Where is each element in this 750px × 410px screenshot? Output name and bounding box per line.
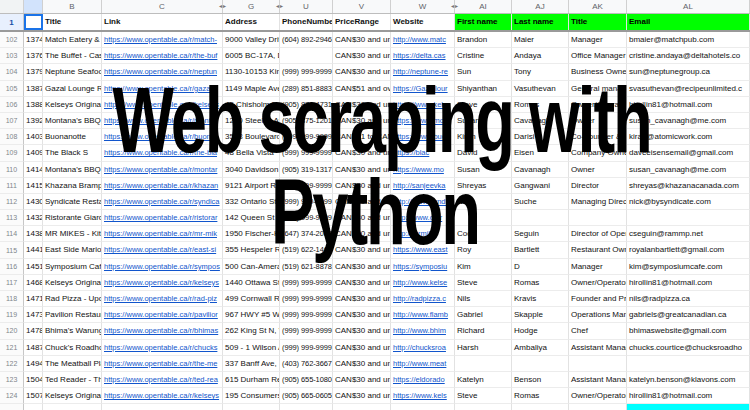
cell-email[interactable]	[627, 356, 750, 372]
cell-link[interactable]	[102, 404, 223, 410]
col-header-U[interactable]: U▸	[280, 0, 333, 13]
cell-email[interactable]: daveeisensemail@gmail.com	[627, 145, 750, 161]
row-number[interactable]: 109	[0, 145, 24, 161]
select-all-corner[interactable]	[0, 0, 24, 13]
header-cell-cell-phone[interactable]: PhoneNumber	[280, 14, 333, 30]
cell-id[interactable]: 1414	[24, 162, 43, 178]
col-header-C[interactable]: C◂	[102, 0, 223, 13]
cell-address[interactable]: 3040 Davidson C	[223, 162, 280, 178]
hidden-columns-left-icon[interactable]: ◂	[451, 2, 454, 11]
cell-role[interactable]: Office Manager	[569, 48, 627, 64]
cell-phone[interactable]: (999) 999-9999	[280, 178, 333, 194]
cell-website[interactable]: https://www.east	[391, 242, 455, 258]
cell-address[interactable]: 1130-10153 King	[223, 64, 280, 80]
cell-website[interactable]: https://www.mon	[391, 113, 455, 129]
cell-email[interactable]: cseguin@rammp.net	[627, 226, 750, 242]
cell-last-name[interactable]: Cavanagh	[512, 162, 569, 178]
cell-first-name[interactable]: Nils	[455, 291, 512, 307]
cell-link[interactable]: https://www.opentable.ca/r/mr-mik	[102, 226, 223, 242]
cell-last-name[interactable]: D	[512, 259, 569, 275]
cell-role[interactable]	[569, 356, 627, 372]
cell-website[interactable]: https://symposiu	[391, 259, 455, 275]
cell-address[interactable]: 615 Durham Reg	[223, 372, 280, 388]
cell-address[interactable]: 142 Queen St S	[223, 210, 280, 226]
cell-id[interactable]: 1478	[24, 323, 43, 339]
col-header-G[interactable]: G▸◂	[223, 0, 280, 13]
cell-phone[interactable]: (403) 762-3667	[280, 356, 333, 372]
cell-id[interactable]: 1468	[24, 275, 43, 291]
row-number[interactable]: 108	[0, 129, 24, 145]
cell-id[interactable]: 1441	[24, 242, 43, 258]
cell-address[interactable]: 6005 BC-17A, D	[223, 48, 280, 64]
row-number[interactable]: 102	[0, 32, 24, 48]
cell-website[interactable]: https://www.mo	[391, 162, 455, 178]
cell-role[interactable]: Owner/Operator	[569, 97, 627, 113]
cell-phone[interactable]: (905) 665-0605	[280, 388, 333, 404]
cell-email[interactable]: nils@radpizza.ca	[627, 291, 750, 307]
active-cell-A1[interactable]	[24, 14, 43, 30]
cell-link[interactable]: https://www.opentable.ca/r/match-	[102, 32, 223, 48]
cell-last-name[interactable]: Romas	[512, 97, 569, 113]
row-number[interactable]: 114	[0, 226, 24, 242]
cell-last-name[interactable]: Gangwani	[512, 178, 569, 194]
col-header-V[interactable]: V	[333, 0, 391, 13]
cell-title[interactable]: The Black S	[43, 145, 102, 161]
cell-price[interactable]: CAN$30 and un	[333, 388, 391, 404]
hidden-columns-right-icon[interactable]: ▸	[455, 2, 458, 11]
col-header-B[interactable]: B	[43, 0, 102, 13]
cell-phone[interactable]	[280, 48, 333, 64]
cell-price[interactable]: CAN$30 and un	[333, 145, 391, 161]
cell-price[interactable]: CAN$30 and un	[333, 32, 391, 48]
col-header-AJ[interactable]: AJ	[512, 0, 569, 13]
cell-last-name[interactable]: Andaya	[512, 48, 569, 64]
cell-last-name[interactable]: Eisen	[512, 145, 569, 161]
cell-role[interactable]: Owner	[569, 162, 627, 178]
cell-id[interactable]: 1403	[24, 129, 43, 145]
cell-price[interactable]: CAN$30 and un	[333, 113, 391, 129]
cell-role[interactable]: Owner	[569, 113, 627, 129]
cell-price[interactable]: CAN$30 and un	[333, 226, 391, 242]
cell-role[interactable]: Assistant Manag	[569, 340, 627, 356]
cell-role[interactable]: Director	[569, 178, 627, 194]
cell-website[interactable]: https://eldorado	[391, 372, 455, 388]
col-header-AL[interactable]: AL	[627, 0, 750, 13]
cell-id[interactable]: 1388	[24, 97, 43, 113]
row-number[interactable]: 118	[0, 291, 24, 307]
row-number[interactable]: 115	[0, 242, 24, 258]
cell-id[interactable]: 1415	[24, 178, 43, 194]
cell-role[interactable]	[569, 404, 627, 410]
cell-price[interactable]: CAN$30 and un	[333, 162, 391, 178]
cell-title[interactable]: Kelseys Original	[43, 388, 102, 404]
cell-price[interactable]: CAN$30 and un	[333, 291, 391, 307]
cell-address[interactable]: 1440 Ottawa St	[223, 275, 280, 291]
cell-title[interactable]: Khazana Brampt	[43, 178, 102, 194]
row-number[interactable]: 111	[0, 178, 24, 194]
cell-email[interactable]: chucks.courtice@chucksroadho	[627, 340, 750, 356]
cell-address[interactable]: 355 Hespeler Ro	[223, 242, 280, 258]
row-number[interactable]: 113	[0, 210, 24, 226]
cell-website[interactable]: http://www.giar	[391, 210, 455, 226]
header-cell-cell-title[interactable]: Title	[43, 14, 102, 30]
cell-title[interactable]: Montana's BBQ	[43, 162, 102, 178]
cell-role[interactable]: Manager	[569, 259, 627, 275]
row-number[interactable]: 110	[0, 162, 24, 178]
cell-link[interactable]: https://www.opentable.ca/r/kelseys	[102, 97, 223, 113]
cell-id[interactable]: 1379	[24, 64, 43, 80]
cell-price[interactable]: CAN$30 and un	[333, 194, 391, 210]
cell-id[interactable]: 1387	[24, 81, 43, 97]
header-cell-cell-first-name[interactable]: First name	[455, 14, 512, 30]
cell-role[interactable]: Business Owner	[569, 64, 627, 80]
cell-phone[interactable]: (999) 999-9999	[280, 64, 333, 80]
cell-first-name[interactable]: Cody	[455, 226, 512, 242]
cell-phone[interactable]: (519) 622-1466	[280, 242, 333, 258]
cell-address[interactable]: 332 Ontario St	[223, 194, 280, 210]
cell-address[interactable]: 1950 Fischer-Ha	[223, 226, 280, 242]
cell-first-name[interactable]: Roy	[455, 242, 512, 258]
cell-title[interactable]: Chuck's Roadho	[43, 340, 102, 356]
cell-phone[interactable]	[280, 404, 333, 410]
cell-role[interactable]: Manager	[569, 32, 627, 48]
cell-phone[interactable]: (604) 892-2946	[280, 32, 333, 48]
cell-link[interactable]: https://www.opentable.ca/r/chucks	[102, 340, 223, 356]
cell-last-name[interactable]: Seguin	[512, 226, 569, 242]
cell-email[interactable]: shreyas@khazanacanada.com	[627, 178, 750, 194]
